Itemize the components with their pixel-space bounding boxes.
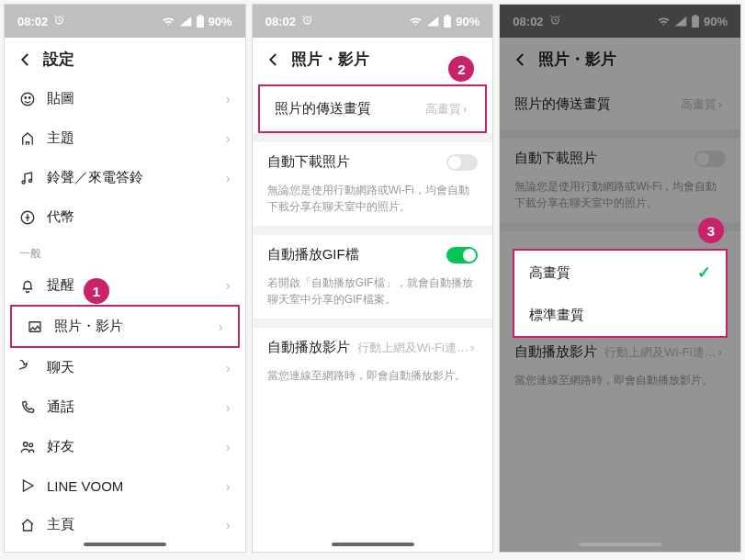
phone-quality-popup: 08:02 90% 照片・影片 照片的傳送畫質 高畫質› 自動下載照片 無論您是… — [499, 4, 741, 553]
row-auto-download[interactable]: 自動下載照片 — [500, 139, 740, 178]
status-bar: 08:02 90% — [5, 5, 245, 38]
label: 標準畫質 — [529, 307, 584, 324]
battery-pct: 90% — [209, 15, 232, 28]
page-title: 設定 — [43, 49, 74, 70]
battery-icon — [196, 15, 205, 28]
row-home[interactable]: 主頁 › — [5, 505, 245, 544]
row-ringtone[interactable]: 鈴聲／來電答鈴 › — [5, 158, 245, 197]
chevron-right-icon: › — [226, 277, 231, 293]
label: 照片的傳送畫質 — [275, 100, 371, 118]
desc-autoplay-video: 當您連線至網路時，即會自動播放影片。 — [500, 372, 740, 399]
toggle-auto-download[interactable] — [446, 154, 478, 171]
svg-point-10 — [24, 442, 28, 446]
row-autoplay-gif[interactable]: 自動播放GIF檔 — [253, 235, 493, 274]
label: 好友 — [47, 438, 74, 455]
value: 行動上網及Wi-Fi連… — [604, 344, 716, 361]
row-friends[interactable]: 好友 › — [5, 427, 245, 466]
label: 自動播放GIF檔 — [267, 246, 359, 263]
row-send-quality[interactable]: 照片的傳送畫質 高畫質› — [500, 79, 740, 129]
chevron-right-icon: › — [470, 341, 474, 354]
label: 照片・影片 — [54, 318, 123, 335]
svg-rect-13 — [444, 17, 451, 28]
phone-settings: 08:02 90% 設定 貼圖 › 主題 › 鈴聲／來電答鈴 › — [4, 4, 246, 553]
toggle-autoplay-gif[interactable] — [446, 247, 478, 263]
page-title: 照片・影片 — [291, 49, 369, 70]
row-coins[interactable]: 代幣 — [5, 197, 245, 237]
wifi-icon — [409, 16, 423, 27]
wifi-icon — [162, 16, 175, 27]
svg-rect-16 — [692, 17, 699, 28]
desc-auto-download: 無論您是使用行動網路或Wi-Fi，均會自動下載分享在聊天室中的照片。 — [253, 182, 493, 226]
signal-icon — [426, 16, 439, 27]
play-icon — [19, 477, 36, 494]
row-send-quality[interactable]: 照片的傳送畫質 高畫質› — [258, 84, 488, 133]
wifi-icon — [657, 16, 671, 27]
desc-autoplay-gif: 若開啟「自動播放GIF檔」，就會自動播放聊天室中分享的GIF檔案。 — [253, 274, 493, 319]
home-indicator — [579, 543, 661, 546]
chevron-right-icon: › — [718, 345, 722, 359]
value: 高畫質 — [681, 96, 717, 113]
svg-rect-14 — [446, 15, 449, 17]
section-general: 一般 — [5, 237, 245, 265]
row-auto-download[interactable]: 自動下載照片 — [253, 142, 493, 182]
battery-icon — [443, 15, 452, 28]
alarm-icon — [53, 14, 65, 28]
row-autoplay-video[interactable]: 自動播放影片 行動上網及Wi-Fi連…› — [253, 328, 493, 367]
chevron-right-icon: › — [226, 170, 231, 185]
label: 自動下載照片 — [514, 150, 597, 167]
label: 提醒 — [47, 276, 74, 294]
divider — [500, 129, 740, 139]
badge-1: 1 — [84, 278, 109, 304]
row-autoplay-video[interactable]: 自動播放影片 行動上網及Wi-Fi連…› — [500, 332, 740, 372]
value: 行動上網及Wi-Fi連… — [357, 340, 468, 356]
toggle-auto-download[interactable] — [694, 151, 726, 167]
label: 自動下載照片 — [267, 153, 350, 171]
row-photos-videos[interactable]: 照片・影片 › — [10, 305, 240, 348]
label: 通話 — [47, 398, 74, 416]
svg-rect-1 — [197, 17, 204, 28]
row-call[interactable]: 通話 › — [5, 387, 245, 427]
svg-point-6 — [22, 181, 25, 184]
back-icon[interactable] — [265, 51, 282, 68]
status-time: 08:02 — [513, 15, 543, 28]
label: 高畫質 — [529, 264, 570, 282]
back-icon[interactable] — [17, 51, 34, 68]
row-notify[interactable]: 提醒 › — [5, 265, 245, 305]
bell-icon — [19, 277, 36, 294]
row-stickers[interactable]: 貼圖 › — [5, 79, 245, 118]
divider — [253, 226, 493, 235]
chevron-right-icon: › — [219, 319, 223, 334]
label: 代幣 — [47, 208, 74, 226]
battery-pct: 90% — [456, 15, 480, 28]
label: 自動播放影片 — [267, 339, 350, 356]
battery-icon — [691, 15, 700, 28]
label: LINE VOOM — [47, 478, 123, 494]
status-bar: 08:02 90% — [500, 5, 740, 38]
chevron-right-icon: › — [463, 102, 467, 116]
chevron-right-icon: › — [226, 91, 231, 106]
chevron-right-icon: › — [226, 130, 231, 146]
home-icon — [19, 517, 36, 533]
back-icon[interactable] — [513, 51, 529, 68]
svg-point-3 — [21, 93, 34, 106]
svg-rect-2 — [198, 15, 201, 17]
alarm-icon — [301, 14, 313, 28]
signal-icon — [179, 16, 192, 27]
chat-icon — [19, 360, 36, 376]
label: 主題 — [47, 129, 74, 147]
svg-point-5 — [29, 96, 31, 98]
row-themes[interactable]: 主題 › — [5, 118, 245, 158]
label: 照片的傳送畫質 — [514, 95, 611, 113]
label: 聊天 — [47, 359, 74, 376]
chevron-right-icon: › — [226, 439, 231, 454]
music-icon — [19, 170, 36, 186]
option-standard-quality[interactable]: 標準畫質 — [514, 295, 726, 336]
value: 高畫質 — [425, 101, 461, 118]
row-voom[interactable]: LINE VOOM › — [5, 466, 245, 505]
row-chat[interactable]: 聊天 › — [5, 348, 245, 387]
battery-pct: 90% — [704, 15, 728, 28]
chevron-right-icon: › — [718, 97, 722, 111]
label: 鈴聲／來電答鈴 — [47, 169, 143, 186]
svg-rect-17 — [694, 15, 696, 17]
option-high-quality[interactable]: 高畫質 ✓ — [514, 251, 726, 295]
